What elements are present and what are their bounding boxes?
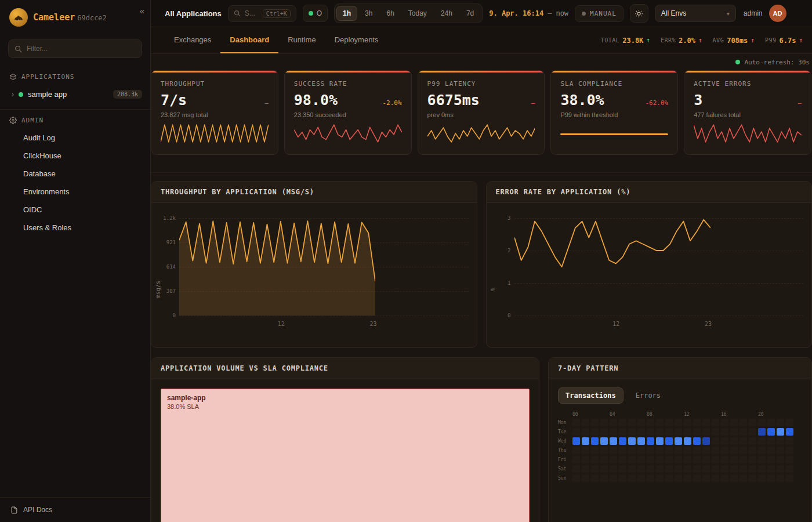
heatmap-cell[interactable] — [675, 447, 682, 454]
heatmap-cell[interactable] — [767, 419, 775, 426]
heatmap-cell[interactable] — [637, 465, 645, 473]
heatmap-cell[interactable] — [665, 428, 673, 436]
heatmap-cell[interactable] — [665, 474, 673, 482]
heatmap-cell[interactable] — [600, 456, 608, 463]
heatmap-cell[interactable] — [572, 437, 580, 445]
heatmap-cell[interactable] — [786, 447, 793, 454]
heatmap-cell[interactable] — [665, 437, 673, 445]
heatmap-cell[interactable] — [637, 419, 645, 426]
heatmap-cell[interactable] — [582, 456, 589, 463]
heatmap-cell[interactable] — [684, 474, 691, 482]
heatmap-cell[interactable] — [637, 447, 645, 454]
theme-toggle-button[interactable] — [630, 4, 648, 23]
sidebar-item-audit-log[interactable]: Audit Log — [0, 129, 150, 147]
heatmap-cell[interactable] — [600, 428, 608, 436]
heatmap-cell[interactable] — [721, 456, 728, 463]
heatmap-cell[interactable] — [749, 419, 756, 426]
heatmap-cell[interactable] — [675, 474, 682, 482]
heatmap-cell[interactable] — [665, 447, 673, 454]
tab-runtime[interactable]: Runtime — [278, 27, 325, 53]
time-range-display[interactable]: 9. Apr. 16:14 – now — [489, 9, 568, 17]
heatmap-cell[interactable] — [767, 428, 775, 436]
heatmap-cell[interactable] — [610, 456, 617, 463]
heatmap-cell[interactable] — [675, 465, 682, 473]
heatmap-cell[interactable] — [777, 474, 784, 482]
treemap-rect-sample-app[interactable]: sample-app 38.0% SLA — [161, 389, 530, 522]
heatmap-cell[interactable] — [721, 428, 728, 436]
heatmap-cell[interactable] — [786, 437, 793, 445]
heatmap-cell[interactable] — [591, 474, 599, 482]
heatmap-cell[interactable] — [740, 474, 747, 482]
heatmap-cell[interactable] — [665, 419, 673, 426]
heatmap-tab-transactions[interactable]: Transactions — [558, 387, 624, 404]
heatmap-cell[interactable] — [740, 447, 747, 454]
heatmap-cell[interactable] — [730, 447, 738, 454]
heatmap-cell[interactable] — [740, 465, 747, 473]
heatmap-cell[interactable] — [600, 474, 608, 482]
heatmap-cell[interactable] — [777, 437, 784, 445]
heatmap-cell[interactable] — [712, 465, 719, 473]
heatmap-cell[interactable] — [656, 419, 664, 426]
heatmap-cell[interactable] — [712, 437, 719, 445]
heatmap-cell[interactable] — [749, 447, 756, 454]
heatmap-cell[interactable] — [767, 447, 775, 454]
live-status-pill[interactable]: O — [303, 5, 328, 22]
global-search[interactable]: S... Ctrl+K — [228, 5, 296, 22]
heatmap-cell[interactable] — [610, 428, 617, 436]
heatmap-cell[interactable] — [712, 428, 719, 436]
heatmap-cell[interactable] — [591, 465, 599, 473]
heatmap-cell[interactable] — [702, 474, 710, 482]
heatmap-cell[interactable] — [767, 437, 775, 445]
heatmap-cell[interactable] — [758, 447, 766, 454]
heatmap-cell[interactable] — [610, 465, 617, 473]
heatmap-cell[interactable] — [619, 428, 626, 436]
heatmap-cell[interactable] — [582, 428, 589, 436]
heatmap-cell[interactable] — [730, 428, 738, 436]
sidebar-collapse-button[interactable]: « — [140, 6, 144, 16]
heatmap-cell[interactable] — [582, 474, 589, 482]
heatmap-cell[interactable] — [730, 465, 738, 473]
heatmap-cell[interactable] — [693, 474, 701, 482]
avatar[interactable]: AD — [769, 5, 786, 22]
heatmap-cell[interactable] — [665, 465, 673, 473]
heatmap-cell[interactable] — [730, 419, 738, 426]
heatmap-cell[interactable] — [591, 428, 599, 436]
heatmap-cell[interactable] — [758, 428, 766, 436]
heatmap-cell[interactable] — [786, 419, 793, 426]
heatmap-cell[interactable] — [786, 428, 793, 436]
sidebar-item-oidc[interactable]: OIDC — [0, 201, 150, 219]
heatmap-cell[interactable] — [767, 474, 775, 482]
heatmap-cell[interactable] — [600, 419, 608, 426]
heatmap-cell[interactable] — [721, 437, 728, 445]
heatmap-cell[interactable] — [758, 465, 766, 473]
heatmap-cell[interactable] — [730, 437, 738, 445]
range-button-6h[interactable]: 6h — [380, 6, 400, 21]
heatmap-cell[interactable] — [693, 465, 701, 473]
sidebar-item-clickhouse[interactable]: ClickHouse — [0, 147, 150, 165]
range-button-1h[interactable]: 1h — [336, 6, 357, 21]
heatmap-cell[interactable] — [591, 447, 599, 454]
heatmap-cell[interactable] — [600, 437, 608, 445]
heatmap-cell[interactable] — [712, 419, 719, 426]
heatmap-cell[interactable] — [619, 456, 626, 463]
heatmap-cell[interactable] — [591, 437, 599, 445]
heatmap-cell[interactable] — [610, 419, 617, 426]
heatmap-cell[interactable] — [740, 419, 747, 426]
heatmap-cell[interactable] — [600, 465, 608, 473]
heatmap-cell[interactable] — [786, 465, 793, 473]
heatmap-cell[interactable] — [749, 437, 756, 445]
heatmap-cell[interactable] — [721, 447, 728, 454]
heatmap-cell[interactable] — [572, 474, 580, 482]
heatmap-cell[interactable] — [619, 419, 626, 426]
heatmap-cell[interactable] — [619, 447, 626, 454]
range-button-7d[interactable]: 7d — [460, 6, 480, 21]
heatmap-cell[interactable] — [600, 447, 608, 454]
tab-dashboard[interactable]: Dashboard — [220, 27, 278, 53]
manual-refresh-button[interactable]: MANUAL — [575, 5, 624, 22]
heatmap-cell[interactable] — [610, 474, 617, 482]
heatmap-cell[interactable] — [684, 447, 691, 454]
heatmap-cell[interactable] — [628, 428, 636, 436]
heatmap-cell[interactable] — [702, 447, 710, 454]
heatmap-cell[interactable] — [628, 474, 636, 482]
heatmap-cell[interactable] — [712, 456, 719, 463]
